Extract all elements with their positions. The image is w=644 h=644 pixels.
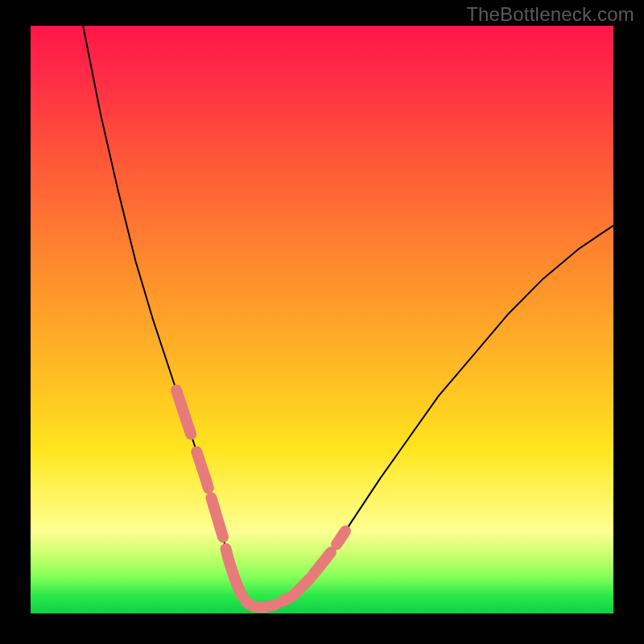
curve-path — [83, 26, 613, 608]
marker-segment — [313, 552, 331, 574]
marker-segment — [176, 390, 191, 435]
plot-area — [31, 26, 613, 613]
marker-segment — [211, 497, 222, 537]
chart-frame: TheBottleneck.com — [0, 0, 644, 644]
marker-segment — [293, 578, 311, 596]
marker-segment — [226, 549, 244, 597]
curve-line-group — [83, 26, 613, 608]
curve-svg — [31, 26, 613, 613]
marker-segment — [246, 601, 275, 607]
marker-group — [176, 390, 345, 608]
marker-segment — [196, 452, 208, 488]
marker-segment — [336, 531, 345, 544]
watermark-text: TheBottleneck.com — [466, 3, 634, 26]
